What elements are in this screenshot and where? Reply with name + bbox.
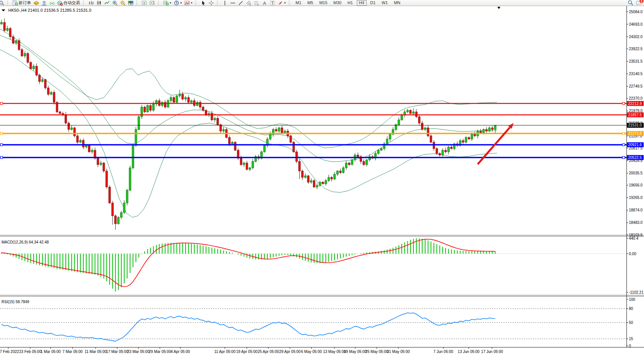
zoom-out-icon <box>120 0 125 6</box>
time-tick: 7 Mar 05:00 <box>62 350 83 354</box>
fibonacci-tool[interactable]: F <box>253 0 260 6</box>
tf-M5[interactable]: M5 <box>305 0 315 6</box>
rsi-line <box>2 313 495 341</box>
tf-MN[interactable]: MN <box>392 0 402 6</box>
templates-dropdown[interactable]: ▾ <box>184 0 193 6</box>
price-tick: 19656.0 <box>629 183 643 187</box>
line-handle[interactable] <box>622 143 625 146</box>
chart-canvas[interactable]: 25084.024693.024302.023922.523531.523140… <box>0 6 644 356</box>
line-handle[interactable] <box>0 156 3 159</box>
auto-scroll-icon <box>142 0 147 6</box>
toolbar-grip[interactable] <box>7 1 9 5</box>
text-tool[interactable]: A <box>261 0 268 6</box>
new-chart-icon <box>163 0 169 6</box>
tf-D1[interactable]: D1 <box>368 0 378 6</box>
price-label: 20522.5 <box>628 156 642 160</box>
timeframe-bar: M1M5M15M30H1H4D1W1MN <box>293 0 402 6</box>
toolbar-grip[interactable] <box>83 1 85 5</box>
time-tick: 25 Apr 05:00 <box>258 350 279 354</box>
time-tick: 19 Apr 05:00 <box>236 350 258 354</box>
price-tick: 23140.5 <box>629 72 643 76</box>
line-handle[interactable] <box>0 133 3 135</box>
trendline-tool[interactable] <box>237 0 244 6</box>
price-label: 21857.5 <box>628 113 642 117</box>
toolbar-grip[interactable] <box>289 1 291 5</box>
chart-shift-icon <box>150 0 155 6</box>
macd-histogram <box>2 238 495 291</box>
bar-chart-button[interactable] <box>88 0 94 6</box>
equidistant-channel-tool[interactable]: E <box>245 0 252 6</box>
rsi-tick: 50 <box>629 321 633 325</box>
macd-label: MACD(12,26,9) 64.34 42.48 <box>2 240 49 244</box>
crosshair-tool[interactable] <box>208 0 215 6</box>
new-order-icon <box>12 0 18 6</box>
tf-H4[interactable]: H4 <box>357 0 367 6</box>
periods-dropdown[interactable]: ▾ <box>173 0 183 6</box>
zoom-in-button[interactable] <box>111 0 118 6</box>
rsi-tick: 80 <box>629 307 633 311</box>
candlestick-chart-icon <box>96 0 102 6</box>
new-chart-dropdown[interactable]: ▾ <box>163 0 172 6</box>
cursor-icon <box>201 0 206 6</box>
tile-windows-icon <box>128 0 133 6</box>
objects-dropdown-icon[interactable] <box>2 9 5 11</box>
time-tick: 13 May 05:00 <box>323 350 346 354</box>
text-label-tool[interactable]: T <box>269 0 276 6</box>
tf-M1[interactable]: M1 <box>293 0 303 6</box>
time-tick: 7 Jun 05:00 <box>433 350 454 354</box>
vertical-line-tool[interactable] <box>221 0 228 6</box>
price-tick: 23922.5 <box>629 47 643 51</box>
toolbar-grip[interactable] <box>217 1 219 5</box>
price-tick: 22749.5 <box>629 84 643 88</box>
cursor-tool[interactable] <box>200 0 207 6</box>
new-order-button[interactable]: 新订单 <box>12 0 32 6</box>
community-button[interactable] <box>41 0 48 6</box>
chat-button[interactable]: 1 <box>636 0 642 6</box>
line-chart-button[interactable] <box>104 0 110 6</box>
macd-tick: -1102.21 <box>629 290 644 294</box>
line-handle[interactable] <box>622 156 625 159</box>
arrows-icon <box>278 0 283 6</box>
time-tick: 1 Mar 05:00 <box>40 350 61 354</box>
line-handle[interactable] <box>0 102 3 105</box>
clock-icon <box>174 0 179 6</box>
bollinger-middle <box>0 29 497 162</box>
line-handle[interactable] <box>0 143 3 146</box>
price-label: 20921.6 <box>628 143 642 147</box>
chart-window-icon[interactable] <box>0 0 5 6</box>
search-button[interactable] <box>628 0 633 6</box>
price-tick: 19265.0 <box>629 196 643 200</box>
zoom-out-button[interactable] <box>119 0 126 6</box>
zoom-in-icon <box>112 0 118 6</box>
svg-text:E: E <box>249 3 251 6</box>
auto-scroll-button[interactable] <box>141 0 148 6</box>
line-handle[interactable] <box>622 133 625 135</box>
tile-windows-button[interactable] <box>127 0 134 6</box>
time-tick: 31 May 05:00 <box>387 350 410 354</box>
autotrading-button[interactable]: 自动交易 <box>57 0 81 6</box>
tf-H1[interactable]: H1 <box>345 0 355 6</box>
line-handle[interactable] <box>622 102 625 105</box>
toolbar-grip[interactable] <box>195 1 198 5</box>
tf-M15[interactable]: M15 <box>317 0 330 6</box>
magnifier-chart-icon <box>0 0 4 6</box>
toolbar-grip[interactable] <box>158 1 160 5</box>
tf-W1[interactable]: W1 <box>379 0 390 6</box>
trendline-icon <box>238 0 243 6</box>
rsi-tick: 100 <box>629 297 635 302</box>
toolbar-grip[interactable] <box>136 1 139 5</box>
tf-M30[interactable]: M30 <box>331 0 344 6</box>
macd-tick: 440.4 <box>629 236 638 240</box>
market-watch-button[interactable] <box>33 0 40 6</box>
crosshair-icon <box>209 0 214 6</box>
horizontal-line-tool[interactable] <box>229 0 236 6</box>
chat-badge: 1 <box>639 0 644 3</box>
chart-shift-button[interactable] <box>149 0 156 6</box>
chart-shift-marker[interactable] <box>497 7 500 9</box>
chart-area[interactable]: 25084.024693.024302.023922.523531.523140… <box>0 6 644 356</box>
svg-text:F: F <box>257 3 259 6</box>
chart-title: HK50-,H4 21401.0 21536.5 21285.5 21531.0 <box>8 8 91 12</box>
arrows-dropdown[interactable]: ▾ <box>277 0 286 6</box>
signals-button[interactable] <box>49 0 56 6</box>
candlestick-chart-button[interactable] <box>96 0 102 6</box>
